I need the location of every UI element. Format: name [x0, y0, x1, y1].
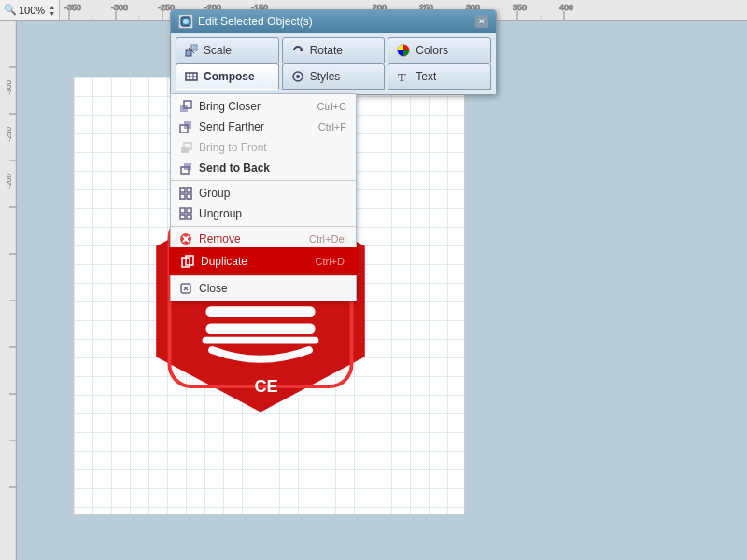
svg-rect-73 — [180, 188, 185, 192]
tab-compose[interactable]: Compose — [176, 63, 279, 90]
colors-icon — [396, 43, 411, 58]
svg-text:350: 350 — [513, 3, 527, 12]
svg-rect-76 — [187, 194, 191, 199]
tab-colors[interactable]: Colors — [388, 37, 491, 63]
svg-text:-250: -250 — [5, 126, 13, 142]
tab-styles-label: Styles — [310, 70, 341, 83]
panel-tabs-row1: Scale Rotate Colors — [171, 33, 496, 63]
svg-rect-78 — [180, 208, 185, 213]
tab-compose-label: Compose — [204, 70, 255, 83]
svg-text:-350: -350 — [64, 3, 81, 12]
zoom-area[interactable]: 🔍 100% ▲ ▼ — [0, 0, 60, 20]
duplicate-icon — [180, 254, 195, 269]
duplicate-shortcut: Ctrl+D — [316, 256, 345, 267]
group-label: Group — [199, 187, 346, 200]
menu-duplicate[interactable]: Duplicate Ctrl+D — [171, 249, 356, 273]
menu-ungroup[interactable]: Ungroup — [171, 203, 356, 224]
context-menu: Bring Closer Ctrl+C Send Farther Ctrl+F … — [170, 93, 357, 301]
panel-tabs-row2: Compose Styles T Text — [171, 63, 496, 94]
group-icon — [178, 186, 193, 201]
close-icon — [178, 281, 193, 296]
zoom-up-arrow[interactable]: ▲ — [49, 4, 55, 10]
text-tab-icon: T — [396, 69, 411, 84]
svg-rect-49 — [206, 306, 316, 317]
menu-group[interactable]: Group — [171, 183, 356, 203]
tab-text-label: Text — [416, 70, 436, 83]
tab-scale[interactable]: Scale — [176, 37, 279, 63]
menu-bring-to-front[interactable]: Bring to Front — [171, 137, 356, 158]
svg-text:-300: -300 — [5, 79, 13, 95]
panel-titlebar: Edit Selected Object(s) ✕ — [171, 10, 496, 33]
zoom-down-arrow[interactable]: ▼ — [49, 10, 55, 17]
svg-text:T: T — [398, 70, 406, 84]
bring-to-front-icon — [178, 140, 193, 155]
bring-closer-label: Bring Closer — [199, 100, 313, 113]
svg-rect-55 — [191, 45, 197, 50]
svg-rect-77 — [179, 187, 192, 200]
svg-rect-54 — [186, 50, 191, 56]
svg-text:400: 400 — [559, 3, 573, 12]
zoom-value: 100% — [19, 5, 45, 16]
menu-send-farther[interactable]: Send Farther Ctrl+F — [171, 117, 356, 137]
send-farther-shortcut: Ctrl+F — [318, 121, 346, 133]
menu-bring-closer[interactable]: Bring Closer Ctrl+C — [171, 96, 356, 117]
tab-rotate-label: Rotate — [310, 44, 343, 57]
svg-text:-300: -300 — [111, 3, 128, 12]
bring-closer-shortcut: Ctrl+C — [317, 101, 346, 112]
tab-colors-label: Colors — [416, 44, 448, 57]
menu-remove[interactable]: Remove Ctrl+Del — [171, 229, 356, 249]
menu-separator-3 — [171, 275, 356, 276]
svg-rect-75 — [180, 194, 185, 199]
vertical-ruler: -300 -250 -200 — [0, 21, 17, 560]
duplicate-label: Duplicate — [201, 255, 311, 268]
zoom-arrows[interactable]: ▲ ▼ — [49, 4, 55, 17]
tab-rotate[interactable]: Rotate — [282, 37, 386, 63]
svg-rect-80 — [180, 215, 185, 219]
svg-rect-79 — [187, 208, 191, 213]
panel-close-button[interactable]: ✕ — [475, 15, 488, 28]
menu-separator-2 — [171, 226, 356, 227]
send-to-back-icon — [178, 161, 193, 175]
rotate-icon — [290, 43, 305, 58]
ungroup-label: Ungroup — [199, 207, 346, 220]
compose-icon — [184, 69, 199, 84]
svg-rect-74 — [187, 188, 191, 192]
canvas-area[interactable]: CE — [17, 21, 747, 560]
send-farther-icon — [178, 119, 193, 134]
zoom-icon: 🔍 — [4, 4, 17, 16]
menu-separator-1 — [171, 180, 356, 181]
remove-label: Remove — [199, 232, 304, 245]
scale-icon — [184, 43, 199, 58]
tab-scale-label: Scale — [204, 44, 232, 57]
bring-to-front-label: Bring to Front — [199, 141, 346, 154]
panel-title-left: Edit Selected Object(s) — [178, 14, 313, 29]
menu-close[interactable]: Close — [171, 278, 356, 299]
send-to-back-label: Send to Back — [199, 161, 346, 175]
styles-icon — [290, 69, 305, 84]
ungroup-icon — [178, 206, 193, 221]
svg-text:-200: -200 — [5, 173, 13, 189]
tab-styles[interactable]: Styles — [282, 63, 386, 90]
svg-rect-50 — [206, 323, 316, 334]
send-farther-label: Send Farther — [199, 120, 314, 133]
panel-title: Edit Selected Object(s) — [198, 15, 313, 28]
close-label: Close — [199, 282, 346, 295]
bring-closer-icon — [178, 99, 193, 114]
panel-app-icon — [178, 14, 193, 29]
tab-text[interactable]: T Text — [388, 63, 491, 90]
menu-send-to-back[interactable]: Send to Back — [171, 158, 356, 178]
edit-panel: Edit Selected Object(s) ✕ Scale — [170, 9, 497, 95]
svg-text:CE: CE — [255, 378, 278, 397]
remove-shortcut: Ctrl+Del — [309, 233, 346, 245]
remove-icon — [178, 231, 193, 246]
svg-rect-81 — [187, 215, 191, 219]
svg-point-63 — [296, 75, 300, 78]
svg-point-53 — [183, 19, 189, 24]
